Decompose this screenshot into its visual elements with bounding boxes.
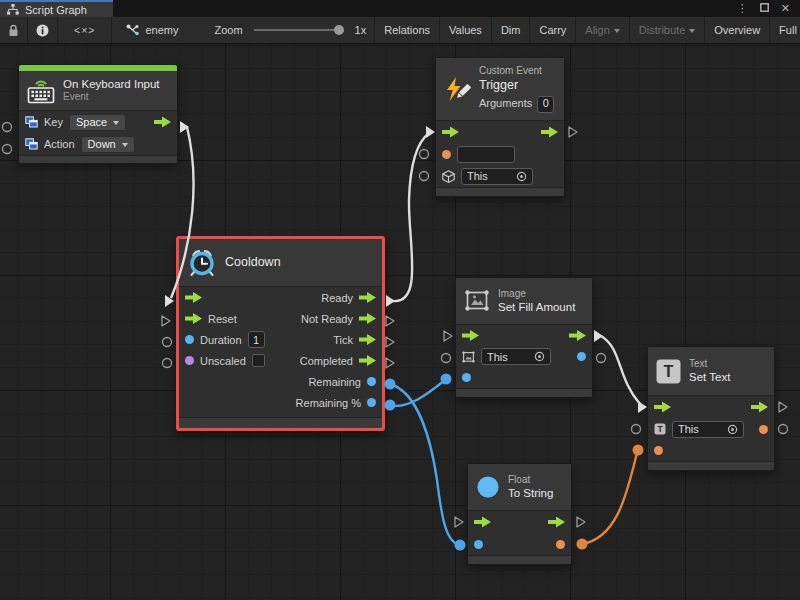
node-category: Image <box>498 288 575 301</box>
node-trigger-custom-event[interactable]: Custom Event Trigger Arguments 0 <box>435 57 565 197</box>
toolbar-button-align[interactable]: Align <box>576 17 629 43</box>
node-on-keyboard-input[interactable]: On Keyboard Input Event Key Space <box>18 64 178 164</box>
flow-row <box>456 325 592 346</box>
node-category: Custom Event <box>479 65 554 78</box>
node-title: Cooldown <box>225 255 281 271</box>
info-button[interactable] <box>28 17 58 43</box>
port-row-fill-amount <box>456 367 592 388</box>
chevron-down-icon <box>113 121 119 125</box>
toolbar-button-relations[interactable]: Relations <box>375 17 440 43</box>
flow-output-port[interactable] <box>548 517 565 528</box>
string-input-port[interactable] <box>442 150 451 159</box>
port-row: Remaining <box>179 371 382 392</box>
flow-output-ready[interactable] <box>359 292 376 303</box>
flow-input-port[interactable] <box>654 402 671 413</box>
node-footer <box>456 388 592 397</box>
toolbar-button-values[interactable]: Values <box>440 17 492 43</box>
node-footer <box>19 155 177 163</box>
toolbar-button-fullscreen[interactable]: Full Screen <box>770 17 800 43</box>
flow-output-port[interactable] <box>541 127 558 138</box>
more-menu-icon[interactable]: ⋮ <box>737 3 748 14</box>
script-graph-window: Script Graph ⋮ ✕ <×> <box>0 0 800 600</box>
key-dropdown[interactable]: Space <box>69 114 126 131</box>
info-icon <box>36 24 49 37</box>
value-output-port[interactable] <box>556 540 565 549</box>
node-category: Text <box>689 358 730 371</box>
event-name-field[interactable] <box>457 146 515 163</box>
graph-breadcrumb[interactable]: enemy <box>112 17 186 43</box>
port-row: Reset Not Ready <box>179 308 382 329</box>
zoom-value: 1x <box>355 24 367 36</box>
toolbar-button-distribute[interactable]: Distribute <box>630 17 705 43</box>
object-picker-icon[interactable] <box>727 424 738 435</box>
value-input-text[interactable] <box>654 446 663 455</box>
flow-output-tick[interactable] <box>359 334 376 345</box>
target-field[interactable]: This <box>672 421 744 438</box>
close-icon[interactable]: ✕ <box>781 3 790 14</box>
flow-output-not-ready[interactable] <box>359 313 376 324</box>
node-header[interactable]: T Text Set Text <box>648 347 774 396</box>
input-type-icon <box>25 116 38 128</box>
port-row: Unscaled Completed <box>179 350 382 371</box>
lock-icon <box>8 24 19 37</box>
input-type-icon <box>25 138 38 150</box>
node-set-fill-amount[interactable]: Image Set Fill Amount This <box>455 277 593 398</box>
port-label-action: Action <box>44 138 75 150</box>
node-title: To String <box>508 486 553 500</box>
flow-input-port[interactable] <box>442 127 459 138</box>
value-input-port[interactable] <box>474 540 483 549</box>
value-output-remaining-pct[interactable] <box>367 398 376 407</box>
maximize-icon[interactable] <box>760 3 769 14</box>
port-row: Remaining % <box>179 392 382 413</box>
node-header[interactable]: Custom Event Trigger Arguments 0 <box>436 58 564 121</box>
tab-script-graph[interactable]: Script Graph <box>0 0 113 17</box>
node-to-string[interactable]: Float To String <box>467 463 572 565</box>
lock-button[interactable] <box>0 17 28 43</box>
toolbar-button-dim[interactable]: Dim <box>492 17 531 43</box>
flow-input-port[interactable] <box>185 292 202 303</box>
node-cooldown[interactable]: Cooldown Ready Reset Not Ready Duration … <box>176 236 385 431</box>
flow-output-port[interactable] <box>569 330 586 341</box>
toolbar-button-overview[interactable]: Overview <box>705 17 770 43</box>
action-dropdown[interactable]: Down <box>81 136 135 153</box>
value-input-unscaled[interactable] <box>185 356 194 365</box>
target-field[interactable]: This <box>461 168 533 185</box>
target-field[interactable]: This <box>481 348 551 365</box>
value-output-port[interactable] <box>759 425 768 434</box>
object-picker-icon[interactable] <box>534 351 545 362</box>
zoom-to-fit-button[interactable]: <×> <box>58 17 112 43</box>
node-header[interactable]: Cooldown <box>179 239 382 287</box>
arguments-label: Arguments <box>479 97 532 111</box>
flow-input-reset[interactable] <box>185 313 202 324</box>
chevron-down-icon <box>122 143 128 147</box>
tab-title: Script Graph <box>25 4 87 16</box>
flow-output-port[interactable] <box>154 117 171 128</box>
value-output-port[interactable] <box>577 352 586 361</box>
value-input-duration[interactable] <box>185 335 194 344</box>
unscaled-checkbox[interactable] <box>252 354 265 367</box>
toolbar-button-carry[interactable]: Carry <box>530 17 576 43</box>
object-picker-icon[interactable] <box>516 171 527 182</box>
chevron-down-icon <box>614 29 620 33</box>
port-label-duration: Duration <box>200 334 242 346</box>
value-input-fill-amount[interactable] <box>462 373 471 382</box>
node-header[interactable]: Image Set Fill Amount <box>456 278 592 325</box>
port-label-tick: Tick <box>333 334 353 346</box>
flow-output-completed[interactable] <box>359 355 376 366</box>
zoom-slider[interactable] <box>254 29 344 31</box>
arguments-field[interactable]: 0 <box>537 96 554 113</box>
node-header[interactable]: Float To String <box>468 464 571 511</box>
flow-output-port[interactable] <box>751 402 768 413</box>
value-output-remaining[interactable] <box>367 377 376 386</box>
flow-input-port[interactable] <box>462 330 479 341</box>
node-footer <box>648 461 774 470</box>
flow-input-port[interactable] <box>474 517 491 528</box>
node-header[interactable]: On Keyboard Input Event <box>19 71 177 111</box>
port-label-unscaled: Unscaled <box>200 355 246 367</box>
zoom-slider-knob[interactable] <box>334 25 344 35</box>
graph-icon <box>126 24 140 36</box>
duration-field[interactable]: 1 <box>248 331 265 348</box>
node-footer <box>436 187 564 196</box>
node-set-text[interactable]: T Text Set Text T This <box>647 346 775 471</box>
graph-toolbar: <×> enemy Zoom 1x Relations Values Dim C… <box>0 17 800 44</box>
